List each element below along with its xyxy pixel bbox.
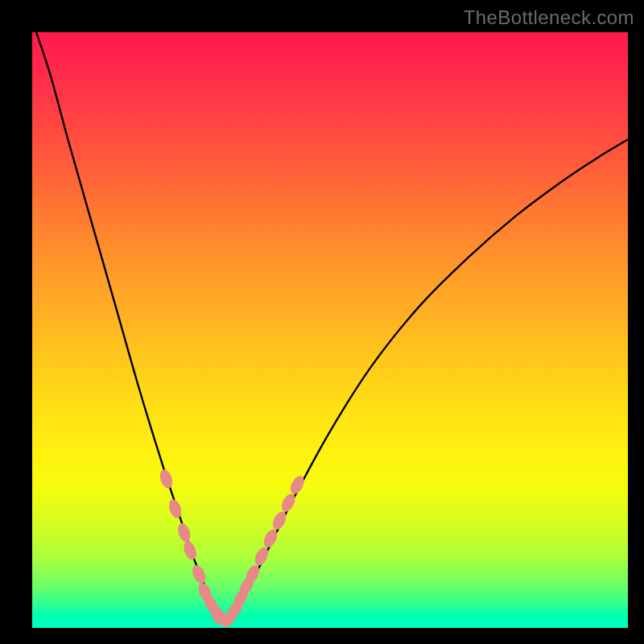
chart-frame: TheBottleneck.com	[0, 0, 644, 644]
bottleneck-curve	[32, 32, 628, 622]
plot-area	[32, 32, 628, 628]
data-marker	[158, 468, 175, 489]
data-marker	[175, 522, 192, 543]
data-marker	[167, 497, 184, 519]
watermark-label: TheBottleneck.com	[464, 6, 634, 29]
data-marker	[190, 564, 208, 586]
curve-svg	[32, 32, 628, 628]
data-marker	[181, 539, 198, 561]
